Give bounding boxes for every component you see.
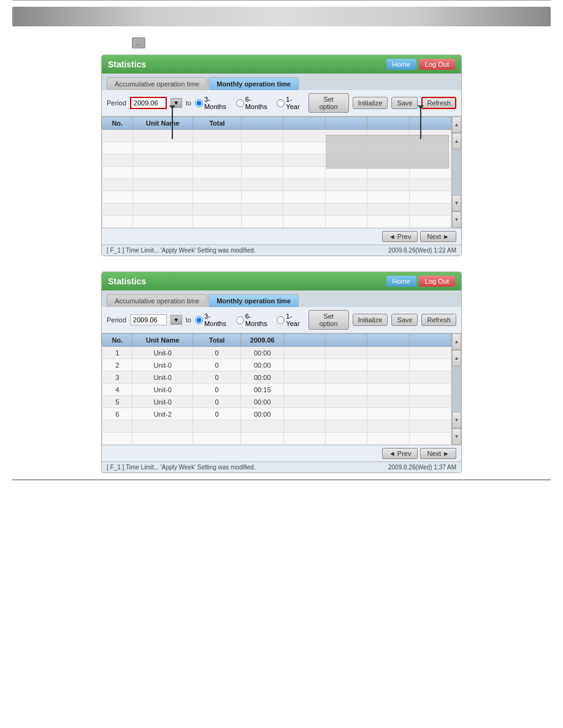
panel2-scroll-down2[interactable]: ▼ xyxy=(452,412,461,428)
panel1-tab-accumulative[interactable]: Accumulative operation time xyxy=(107,77,207,90)
panel1-radio-6months[interactable]: 6-Months xyxy=(236,96,272,110)
panel1-controls: Period ▼ to 3-Months 6-Months 1-Year Set… xyxy=(102,90,461,116)
panel1-tab-monthly[interactable]: Monthly operation time xyxy=(209,77,299,90)
panel2-tab-accumulative[interactable]: Accumulative operation time xyxy=(107,294,207,307)
panel2-radio-6months[interactable]: 6-Months xyxy=(236,313,272,327)
panel2-cell-7-1 xyxy=(132,433,193,445)
panel1-scroll-up[interactable]: ▲ xyxy=(452,116,461,133)
panel2-title: Statistics xyxy=(108,276,146,286)
panel2-cell-3-2: 0 xyxy=(193,384,241,396)
panel2-cell-5-6 xyxy=(367,408,409,420)
panel1-home-button[interactable]: Home xyxy=(386,59,416,70)
panel2-table-row: 5Unit-0000:00 xyxy=(102,396,451,408)
panel2-table-row xyxy=(102,433,451,445)
panel2-scroll-up[interactable]: ▲ xyxy=(452,333,461,350)
panel2-col-extra4 xyxy=(409,334,451,347)
panel1-cell-1-1 xyxy=(132,142,193,154)
panel2-scrollbar-area: No. Unit Name Total 2009.06 1Unit-0000:0… xyxy=(102,333,461,445)
panel2-scroll-up2[interactable]: ▲ xyxy=(452,350,461,366)
panel1-cell-4-6 xyxy=(367,179,409,191)
panel1-table-row xyxy=(102,203,451,216)
panel1-cell-4-4 xyxy=(283,179,325,191)
panel1-cell-0-0 xyxy=(102,130,133,142)
panel2-calendar-button[interactable]: ▼ xyxy=(170,315,182,325)
panel1-cell-1-4 xyxy=(283,142,325,154)
panel2-cell-6-3 xyxy=(241,420,284,433)
panel2-cell-7-6 xyxy=(367,433,409,445)
panel2-setoption-button[interactable]: Set option xyxy=(308,310,349,330)
panel1-save-button[interactable]: Save xyxy=(391,97,418,109)
panel1-cell-5-6 xyxy=(367,191,409,203)
panel1-cell-3-1 xyxy=(132,167,193,179)
panel1-scroll-down[interactable]: ▼ xyxy=(452,211,461,228)
panel2-col-unitname: Unit Name xyxy=(132,334,193,347)
panel1-scroll-buttons: ▲ ▲ ▼ ▼ xyxy=(451,116,461,228)
panel2-cell-1-3: 00:00 xyxy=(241,359,284,371)
panel2-next-button[interactable]: Next ► xyxy=(420,448,456,459)
panel1-initialize-button[interactable]: Initialize xyxy=(353,97,388,109)
panel1-header-buttons: Home Log Out xyxy=(386,59,455,70)
panel1-col-extra2 xyxy=(283,117,325,130)
panel1-table-row xyxy=(102,216,451,228)
panel2-cell-2-3: 00:00 xyxy=(241,371,284,384)
panel2-cell-1-6 xyxy=(367,359,409,371)
panel2-col-total: Total xyxy=(193,334,241,347)
panel2-cell-1-2: 0 xyxy=(193,359,241,371)
panel1-cell-6-5 xyxy=(325,203,367,216)
panel1-cell-2-4 xyxy=(283,154,325,167)
panel1-radio-3months[interactable]: 3-Months xyxy=(195,96,231,110)
small-icon[interactable]: ... xyxy=(132,37,145,48)
panel2-home-button[interactable]: Home xyxy=(386,276,416,287)
panel1-prev-button[interactable]: ◄ Prev xyxy=(382,231,418,242)
panel2-cell-7-7 xyxy=(409,433,451,445)
panel2-data-table: No. Unit Name Total 2009.06 1Unit-0000:0… xyxy=(102,333,451,445)
panel1-period-input[interactable] xyxy=(130,97,167,109)
panel2-cell-2-5 xyxy=(326,371,367,384)
panel2-radio-1year[interactable]: 1-Year xyxy=(277,313,304,327)
panel1-radio-1year[interactable]: 1-Year xyxy=(277,96,304,110)
panel1-table-row xyxy=(102,191,451,203)
panel2-table-row: 4Unit-0000:15 xyxy=(102,384,451,396)
panel2-status-text: [ F_1 ] Time Limit... 'Apply Week' Setti… xyxy=(107,464,256,471)
panel2-cell-7-3 xyxy=(241,433,284,445)
panel2-cell-1-4 xyxy=(284,359,326,371)
panel1-data-table: No. Unit Name Total xyxy=(102,116,451,228)
panel1-cell-5-5 xyxy=(325,191,367,203)
panel2-cell-0-5 xyxy=(326,347,367,359)
panel2-cell-2-4 xyxy=(284,371,326,384)
panel1-cell-7-2 xyxy=(193,216,241,228)
panel1-table-area: No. Unit Name Total xyxy=(102,116,461,228)
panel2-cell-7-5 xyxy=(326,433,367,445)
panel2-cell-3-4 xyxy=(284,384,326,396)
panel2-radio-3months[interactable]: 3-Months xyxy=(195,313,231,327)
panel1-cell-4-0 xyxy=(102,179,133,191)
panel2-period-input[interactable] xyxy=(130,314,167,325)
panel1-scroll-up2[interactable]: ▲ xyxy=(452,133,461,150)
panel2-cell-2-1: Unit-0 xyxy=(132,371,193,384)
panel1-cell-1-3 xyxy=(241,142,283,154)
panel2-cell-4-2: 0 xyxy=(193,396,241,408)
panel2-logout-button[interactable]: Log Out xyxy=(419,276,455,287)
panel1-title: Statistics xyxy=(108,59,146,69)
panel1-cell-5-1 xyxy=(132,191,193,203)
stats-panel-1: Statistics Home Log Out Accumulative ope… xyxy=(101,55,462,256)
panel1-logout-button[interactable]: Log Out xyxy=(419,59,455,70)
panel2-status-bar: [ F_1 ] Time Limit... 'Apply Week' Setti… xyxy=(102,461,461,472)
panel1-setoption-button[interactable]: Set option xyxy=(308,93,349,113)
panel1-cell-0-1 xyxy=(132,130,193,142)
panel2-table-row: 3Unit-0000:00 xyxy=(102,371,451,384)
panel2-save-button[interactable]: Save xyxy=(391,314,418,326)
panel2-cell-3-3: 00:15 xyxy=(241,384,284,396)
panel2-tab-monthly[interactable]: Monthly operation time xyxy=(209,294,299,307)
panel2-prev-button[interactable]: ◄ Prev xyxy=(382,448,418,459)
panel1-scroll-down2[interactable]: ▼ xyxy=(452,195,461,211)
panel2-scroll-down[interactable]: ▼ xyxy=(452,428,461,445)
panel1-cell-5-3 xyxy=(241,191,283,203)
small-icon-area: ... xyxy=(132,37,563,48)
panel1-cell-7-1 xyxy=(132,216,193,228)
panel2-initialize-button[interactable]: Initialize xyxy=(353,314,388,326)
panel1-cell-7-5 xyxy=(325,216,367,228)
panel2-refresh-button[interactable]: Refresh xyxy=(421,314,456,326)
bottom-rule xyxy=(12,479,551,480)
panel1-next-button[interactable]: Next ► xyxy=(420,231,456,242)
